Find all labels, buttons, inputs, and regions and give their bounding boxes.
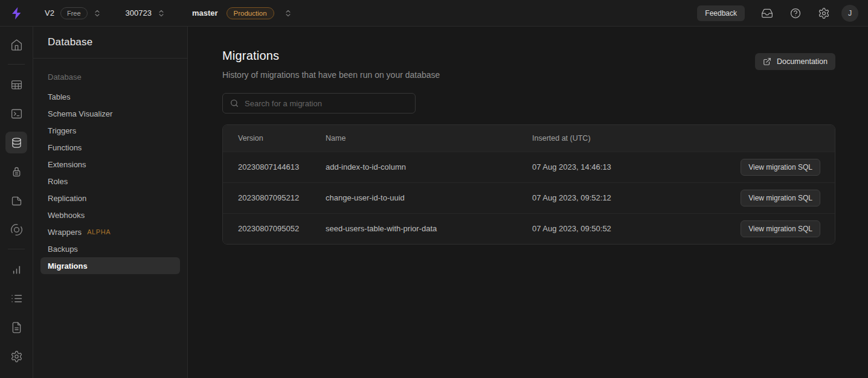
- migration-inserted-at: 07 Aug 2023, 09:50:52: [532, 213, 720, 244]
- database-sidebar: Database Database Tables Schema Visualiz…: [33, 27, 188, 378]
- table-grid-icon: [10, 78, 23, 91]
- sidebar-item-extensions[interactable]: Extensions: [40, 156, 180, 173]
- documentation-button-label: Documentation: [777, 57, 828, 66]
- table-header: Version Name Inserted at (UTC): [223, 125, 835, 152]
- sidebar-item-tables[interactable]: Tables: [40, 88, 180, 105]
- top-bar-right: Feedback J: [697, 5, 858, 22]
- sidebar-item-label: Roles: [48, 177, 68, 186]
- database-icon: [10, 136, 23, 149]
- migration-version: 20230807144613: [223, 152, 326, 182]
- top-bar-left: V2 Free 300723 master Production: [10, 6, 697, 21]
- migration-row: 20230807095052 seed-users-table-with-pri…: [223, 213, 835, 244]
- sidebar-item-label: Replication: [48, 194, 86, 203]
- sidebar-item-webhooks[interactable]: Webhooks: [40, 207, 180, 223]
- migration-inserted-at: 07 Aug 2023, 09:52:12: [532, 182, 720, 213]
- org-name: V2: [45, 8, 54, 18]
- help-button[interactable]: [789, 7, 802, 19]
- storage-box-icon: [10, 194, 23, 207]
- rail-item-reports[interactable]: [5, 258, 27, 280]
- inbox-icon: [761, 7, 773, 19]
- environment-badge: Production: [227, 7, 274, 19]
- feedback-button[interactable]: Feedback: [697, 5, 745, 21]
- sidebar-item-label: Webhooks: [48, 211, 85, 220]
- page-title: Migrations: [222, 49, 440, 63]
- documentation-button[interactable]: Documentation: [755, 53, 835, 70]
- rail-item-table-editor[interactable]: [5, 74, 27, 95]
- migration-inserted-at: 07 Aug 2023, 14:46:13: [532, 152, 720, 182]
- rail-item-storage[interactable]: [5, 190, 27, 211]
- top-bar: V2 Free 300723 master Production Feedbac…: [0, 0, 868, 27]
- help-circle-icon: [789, 7, 802, 19]
- chevrons-up-down-icon: [93, 9, 101, 18]
- terminal-icon: [10, 107, 23, 120]
- sidebar-item-schema-visualizer[interactable]: Schema Visualizer: [40, 105, 180, 122]
- sidebar-item-label: Triggers: [48, 126, 76, 135]
- rail-item-edge-functions[interactable]: [5, 219, 27, 240]
- sidebar-item-label: Wrappers: [48, 228, 82, 237]
- migration-version: 20230807095052: [223, 213, 326, 244]
- sidebar-menu: Database Tables Schema Visualizer Trigge…: [33, 59, 187, 284]
- sidebar-item-triggers[interactable]: Triggers: [40, 122, 180, 139]
- rail-item-home[interactable]: [5, 34, 27, 56]
- sidebar-item-label: Extensions: [48, 160, 86, 169]
- search-icon: [230, 98, 239, 108]
- sidebar-item-roles[interactable]: Roles: [40, 173, 180, 190]
- document-icon: [10, 321, 23, 334]
- page-header-text: Migrations History of migrations that ha…: [222, 49, 440, 80]
- rail-divider: [8, 249, 25, 249]
- notifications-inbox-button[interactable]: [761, 7, 773, 19]
- migration-row: 20230807144613 add-index-to-id-column 07…: [223, 152, 835, 182]
- rail-divider: [8, 64, 25, 65]
- column-header-actions: [720, 125, 835, 152]
- column-header-version: Version: [223, 125, 326, 152]
- sidebar-item-label: Migrations: [48, 261, 88, 271]
- rail-item-authentication[interactable]: [5, 161, 27, 182]
- search-input[interactable]: [245, 99, 408, 108]
- page-header: Migrations History of migrations that ha…: [222, 49, 835, 80]
- rail-item-database[interactable]: [5, 132, 27, 153]
- migration-name: seed-users-table-with-prior-data: [326, 213, 532, 244]
- project-switcher[interactable]: 300723: [126, 8, 166, 18]
- migration-row: 20230807095212 change-user-id-to-uuid 07…: [223, 182, 835, 213]
- sidebar-item-migrations[interactable]: Migrations: [40, 257, 180, 274]
- bar-chart-icon: [10, 263, 23, 276]
- sidebar-item-functions[interactable]: Functions: [40, 139, 180, 156]
- gear-icon: [818, 7, 830, 19]
- user-avatar[interactable]: J: [841, 5, 858, 22]
- view-migration-sql-button[interactable]: View migration SQL: [741, 159, 820, 176]
- view-migration-sql-button[interactable]: View migration SQL: [741, 220, 820, 237]
- page-subtitle: History of migrations that have been run…: [222, 70, 440, 80]
- project-ref: 300723: [126, 8, 152, 18]
- sidebar-title: Database: [33, 27, 187, 59]
- sidebar-section-label: Database: [40, 69, 180, 85]
- view-migration-sql-button[interactable]: View migration SQL: [741, 190, 820, 207]
- sidebar-item-label: Schema Visualizer: [48, 109, 112, 118]
- icon-rail: [0, 27, 33, 378]
- migration-name: add-index-to-id-column: [326, 152, 532, 182]
- chevrons-up-down-icon: [284, 9, 292, 18]
- brand-bolt-logo[interactable]: [10, 6, 24, 21]
- migration-name: change-user-id-to-uuid: [326, 182, 532, 213]
- branch-name: master: [192, 8, 218, 18]
- rail-item-api-docs[interactable]: [5, 316, 27, 338]
- migration-search: [222, 93, 416, 114]
- org-switcher[interactable]: V2 Free: [45, 7, 101, 19]
- plan-badge: Free: [60, 7, 88, 19]
- main-content: Migrations History of migrations that ha…: [188, 27, 868, 378]
- app-body: Database Database Tables Schema Visualiz…: [0, 27, 868, 378]
- rail-item-sql-editor[interactable]: [5, 103, 27, 124]
- account-settings-button[interactable]: [818, 7, 830, 19]
- sidebar-item-replication[interactable]: Replication: [40, 190, 180, 207]
- rail-item-logs[interactable]: [5, 287, 27, 309]
- orbit-icon: [10, 223, 23, 236]
- gear-icon: [10, 350, 23, 363]
- migration-version: 20230807095212: [223, 182, 326, 213]
- sidebar-item-label: Functions: [48, 143, 82, 152]
- sidebar-item-wrappers[interactable]: Wrappers ALPHA: [40, 223, 180, 240]
- branch-switcher[interactable]: master Production: [192, 7, 292, 19]
- list-icon: [10, 292, 23, 305]
- sidebar-item-backups[interactable]: Backups: [40, 240, 180, 257]
- external-link-icon: [763, 57, 771, 66]
- lock-icon: [10, 165, 23, 178]
- rail-item-project-settings[interactable]: [5, 345, 27, 367]
